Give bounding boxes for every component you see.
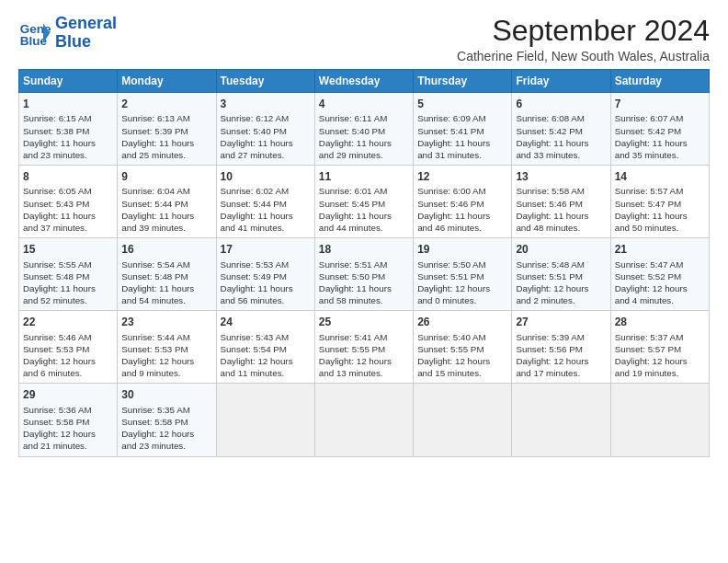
day-info-line: and 4 minutes. [615,294,705,306]
day-info-line: Sunset: 5:42 PM [516,125,606,137]
header-saturday: Saturday [610,70,709,93]
day-number: 8 [23,169,113,184]
day-info-line: Daylight: 11 hours [23,282,113,294]
day-info-line: Sunrise: 5:50 AM [417,259,507,270]
day-info-line: and 15 minutes. [417,367,507,379]
day-info-line: Sunset: 5:53 PM [23,343,113,355]
day-info-line: Daylight: 12 hours [417,355,507,367]
page-header: General Blue General Blue September 2024… [18,15,710,63]
day-number: 15 [23,242,113,257]
day-info-line: Daylight: 11 hours [615,137,705,149]
day-info-line: Sunrise: 6:12 AM [221,112,311,124]
day-number: 12 [417,169,507,184]
day-info-line: Daylight: 11 hours [23,137,113,149]
day-info-line: and 21 minutes. [23,440,113,452]
day-number: 27 [516,315,606,329]
day-info-line: Sunset: 5:46 PM [417,198,507,210]
day-info-line: Sunrise: 5:40 AM [417,331,507,343]
header-wednesday: Wednesday [314,70,413,93]
day-info-line: Sunset: 5:56 PM [516,343,606,355]
day-info-line: Sunrise: 5:51 AM [319,259,409,270]
month-title: September 2024 [457,15,710,47]
day-info-line: Daylight: 12 hours [23,355,113,367]
day-number: 22 [23,315,113,329]
day-info-line: and 54 minutes. [121,294,211,306]
day-info-line: and 6 minutes. [23,367,113,379]
calendar-cell [610,384,709,456]
day-info-line: Sunrise: 5:36 AM [23,404,113,416]
header-thursday: Thursday [414,70,512,93]
day-number: 16 [121,242,211,257]
day-number: 30 [121,387,211,402]
day-info-line: Sunset: 5:54 PM [221,343,311,355]
day-info-line: and 2 minutes. [516,294,606,306]
day-info-line: Sunrise: 6:00 AM [417,185,507,197]
day-info-line: Sunrise: 5:43 AM [221,331,311,343]
day-info-line: Daylight: 11 hours [319,137,409,149]
calendar-cell: 28Sunrise: 5:37 AMSunset: 5:57 PMDayligh… [610,311,709,384]
day-info-line: Sunset: 5:47 PM [615,198,705,210]
calendar-cell: 6Sunrise: 6:08 AMSunset: 5:42 PMDaylight… [512,93,610,166]
day-number: 26 [417,315,507,329]
day-info-line: Sunset: 5:38 PM [23,125,113,137]
day-info-line: Daylight: 11 hours [221,282,311,294]
calendar-week-row: 8Sunrise: 6:05 AMSunset: 5:43 PMDaylight… [19,166,710,238]
day-info-line: Sunrise: 5:57 AM [615,185,705,197]
day-info-line: Daylight: 12 hours [319,355,409,367]
day-info-line: Sunset: 5:57 PM [615,343,705,355]
logo-line2: Blue [55,33,117,52]
day-number: 4 [319,97,409,111]
calendar-week-row: 22Sunrise: 5:46 AMSunset: 5:53 PMDayligh… [19,311,710,384]
calendar-week-row: 15Sunrise: 5:55 AMSunset: 5:48 PMDayligh… [19,238,710,311]
day-info-line: Sunset: 5:53 PM [121,343,211,355]
calendar-cell: 12Sunrise: 6:00 AMSunset: 5:46 PMDayligh… [414,166,512,238]
day-info-line: and 44 minutes. [319,222,409,234]
calendar-week-row: 1Sunrise: 6:15 AMSunset: 5:38 PMDaylight… [19,93,710,166]
day-info-line: Sunset: 5:40 PM [221,125,311,137]
header-tuesday: Tuesday [216,70,314,93]
day-info-line: Sunrise: 6:05 AM [23,185,113,197]
day-number: 19 [417,242,507,257]
day-info-line: Sunset: 5:45 PM [319,198,409,210]
calendar-cell: 5Sunrise: 6:09 AMSunset: 5:41 PMDaylight… [414,93,512,166]
logo: General Blue General Blue [18,15,117,52]
day-info-line: and 25 minutes. [121,149,211,161]
day-info-line: Sunrise: 6:13 AM [121,112,211,124]
calendar-cell: 10Sunrise: 6:02 AMSunset: 5:44 PMDayligh… [216,166,314,238]
day-info-line: and 37 minutes. [23,222,113,234]
day-info-line: and 11 minutes. [221,367,311,379]
day-info-line: Sunrise: 6:07 AM [615,112,705,124]
day-number: 13 [516,169,606,184]
day-info-line: and 17 minutes. [516,367,606,379]
day-info-line: and 48 minutes. [516,222,606,234]
calendar-header-row: SundayMondayTuesdayWednesdayThursdayFrid… [19,70,710,93]
calendar-cell: 18Sunrise: 5:51 AMSunset: 5:50 PMDayligh… [314,238,413,311]
calendar-cell [414,384,512,456]
day-info-line: Sunset: 5:50 PM [319,270,409,282]
day-info-line: Daylight: 11 hours [221,137,311,149]
calendar-cell: 11Sunrise: 6:01 AMSunset: 5:45 PMDayligh… [314,166,413,238]
day-info-line: Daylight: 12 hours [23,428,113,440]
day-number: 1 [23,97,113,111]
day-info-line: Sunrise: 5:44 AM [121,331,211,343]
day-info-line: and 52 minutes. [23,294,113,306]
day-number: 29 [23,387,113,402]
day-info-line: Daylight: 12 hours [121,428,211,440]
day-number: 2 [121,97,211,111]
day-info-line: Sunset: 5:48 PM [23,270,113,282]
day-info-line: Sunrise: 6:08 AM [516,112,606,124]
calendar-body: 1Sunrise: 6:15 AMSunset: 5:38 PMDaylight… [19,93,710,456]
day-info-line: Daylight: 11 hours [319,282,409,294]
title-block: September 2024 Catherine Field, New Sout… [457,15,710,63]
day-info-line: Daylight: 12 hours [516,282,606,294]
calendar-cell: 16Sunrise: 5:54 AMSunset: 5:48 PMDayligh… [118,238,216,311]
calendar-cell: 17Sunrise: 5:53 AMSunset: 5:49 PMDayligh… [216,238,314,311]
day-number: 18 [319,242,409,257]
day-info-line: Sunrise: 6:02 AM [221,185,311,197]
calendar-cell: 30Sunrise: 5:35 AMSunset: 5:58 PMDayligh… [118,384,216,456]
day-info-line: Sunrise: 5:54 AM [121,259,211,270]
day-info-line: Sunset: 5:51 PM [417,270,507,282]
day-info-line: and 33 minutes. [516,149,606,161]
day-info-line: Sunrise: 6:01 AM [319,185,409,197]
day-info-line: Daylight: 11 hours [615,210,705,222]
